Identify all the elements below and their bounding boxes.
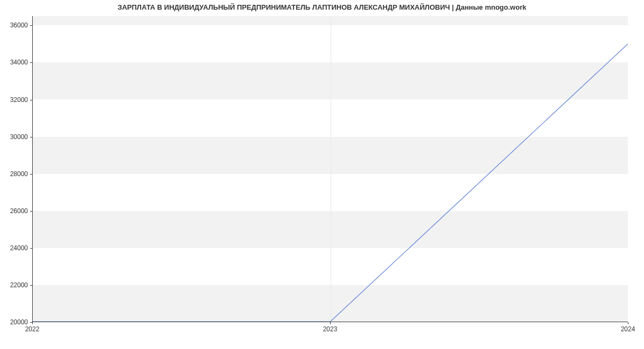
series-line [33, 16, 628, 322]
plot-area [32, 16, 628, 322]
y-tick-label: 32000 [10, 96, 28, 104]
x-tick-label: 2023 [323, 325, 338, 333]
x-tick-label: 2024 [621, 325, 635, 333]
y-tick-label: 20000 [10, 318, 28, 326]
y-tick-label: 22000 [10, 281, 28, 289]
y-tick-label: 30000 [10, 133, 28, 141]
y-tick-label: 28000 [10, 170, 28, 178]
x-tick-label: 2022 [25, 325, 40, 333]
chart-title: ЗАРПЛАТА В ИНДИВИДУАЛЬНЫЙ ПРЕДПРИНИМАТЕЛ… [0, 3, 644, 11]
y-tick-label: 36000 [10, 21, 28, 29]
y-tick-label: 26000 [10, 207, 28, 215]
y-tick-label: 24000 [10, 244, 28, 252]
y-tick-label: 34000 [10, 59, 28, 66]
